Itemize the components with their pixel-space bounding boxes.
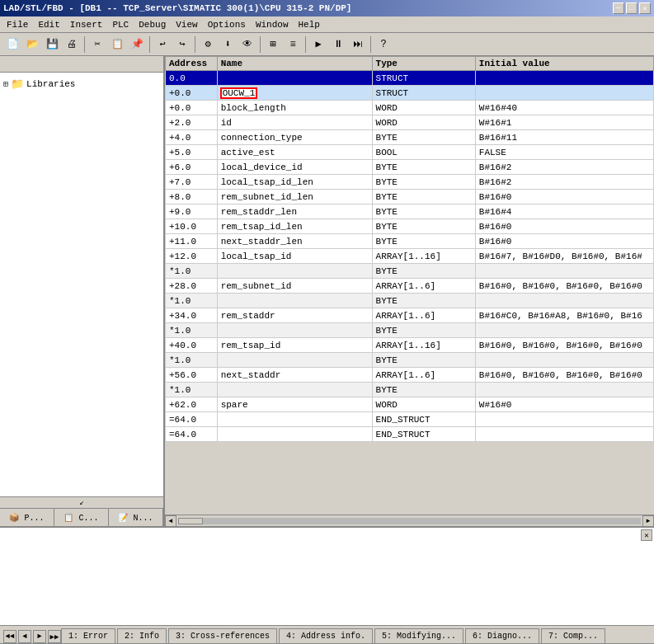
table-row[interactable]: *1.0 BYTE [166,323,654,338]
menu-plc[interactable]: PLC [107,16,134,32]
nav-first-btn[interactable]: ◄◄ [3,630,16,643]
cell-address: =64.0 [166,427,218,442]
table-row[interactable]: +11.0 next_staddr_len BYTE B#16#0 [166,234,654,249]
print-button[interactable]: 🖨 [63,35,81,54]
maximize-button[interactable]: □ [626,2,638,14]
cell-address: =64.0 [166,412,218,427]
table-row[interactable]: 0.0 STRUCT [166,71,654,86]
close-button[interactable]: ✕ [639,2,651,14]
tab-cross-ref[interactable]: 3: Cross-references [168,628,277,643]
nav-last-btn[interactable]: ▶▶ [48,630,61,643]
table-row[interactable]: *1.0 BYTE [166,264,654,279]
nav-play-btn[interactable]: ► [33,630,46,643]
download-button[interactable]: ⬇ [219,35,237,54]
table-row[interactable]: +9.0 rem_staddr_len BYTE B#16#4 [166,204,654,219]
monitor-button[interactable]: 👁 [238,35,256,54]
stop-button[interactable]: ⏸ [329,35,347,54]
table-row[interactable]: +0.0 OUCW_1 STRUCT [166,86,654,101]
cut-button[interactable]: ✂ [88,35,106,54]
menu-edit[interactable]: Edit [33,16,64,32]
cell-value: B#16#0, B#16#0, B#16#0, B#16#0 [475,338,653,353]
table-row[interactable]: +12.0 local_tsap_id ARRAY[1..16] B#16#7,… [166,249,654,264]
h-scrollbar[interactable]: ◄ ► [165,515,654,526]
table-row[interactable]: +5.0 active_est BOOL FALSE [166,145,654,160]
table-row[interactable]: +4.0 connection_type BYTE B#16#11 [166,130,654,145]
table-row[interactable]: +8.0 rem_subnet_id_len BYTE B#16#0 [166,190,654,204]
table-row[interactable]: +2.0 id WORD W#16#1 [166,115,654,130]
menu-help[interactable]: Help [293,16,324,32]
minimize-button[interactable]: ─ [613,2,624,14]
cell-address: +5.0 [166,145,218,160]
tab-c[interactable]: 📋 C... [54,509,109,526]
table-row[interactable]: +62.0 spare WORD W#16#0 [166,397,654,412]
left-panel-content: ⊞ 📁 Libraries [0,73,163,496]
tab-comp[interactable]: 7: Comp... [541,628,605,643]
table-scroll[interactable]: Address Name Type Initial value 0.0 STRU… [165,56,654,515]
lad-button[interactable]: ⊞ [264,35,282,54]
cell-value: B#16#0 [475,190,653,204]
editing-cell[interactable]: OUCW_1 [221,88,257,98]
cell-value: B#16#C0, B#16#A8, B#16#0, B#16 [475,308,653,323]
tab-n[interactable]: 📝 N... [109,509,163,526]
tab-diag[interactable]: 6: Diagno... [465,628,539,643]
tab-info-label: 2: Info [125,632,159,641]
menu-bar: File Edit Insert PLC Debug View Options … [0,16,654,33]
open-button[interactable]: 📂 [23,35,41,54]
scroll-left-btn[interactable]: ◄ [165,515,176,527]
new-button[interactable]: 📄 [3,35,21,54]
table-row[interactable]: +10.0 rem_tsap_id_len BYTE B#16#0 [166,219,654,234]
table-row[interactable]: =64.0 END_STRUCT [166,412,654,427]
undo-button[interactable]: ↩ [153,35,172,54]
nav-buttons: ◄◄ ◄ ► ▶▶ [3,630,61,643]
menu-window[interactable]: Window [251,16,294,32]
help-button[interactable]: ? [374,35,393,54]
cell-value: W#16#40 [475,101,653,115]
table-row[interactable]: +6.0 local_device_id BYTE B#16#2 [166,160,654,175]
table-row[interactable]: =64.0 END_STRUCT [166,427,654,442]
table-row[interactable]: *1.0 BYTE [166,294,654,308]
redo-button[interactable]: ↪ [173,35,191,54]
menu-options[interactable]: Options [203,16,251,32]
menu-view[interactable]: View [171,16,202,32]
bottom-close-btn[interactable]: ✕ [641,529,652,541]
stl-button[interactable]: ≡ [284,35,302,54]
cell-name [217,427,372,442]
collapse-btn[interactable]: ↙ [0,496,163,508]
cell-type: END_STRUCT [372,427,475,442]
table-row[interactable]: +0.0 block_length WORD W#16#40 [166,101,654,115]
cell-address: *1.0 [166,353,218,368]
table-row[interactable]: +7.0 local_tsap_id_len BYTE B#16#2 [166,175,654,190]
table-row[interactable]: +28.0 rem_subnet_id ARRAY[1..6] B#16#0, … [166,279,654,294]
cell-address: +34.0 [166,308,218,323]
step-button[interactable]: ⏭ [349,35,367,54]
table-row[interactable]: *1.0 BYTE [166,353,654,368]
cell-value [475,383,653,397]
tab-p[interactable]: 📦 P... [0,509,54,526]
cell-value [475,412,653,427]
menu-insert[interactable]: Insert [65,16,108,32]
table-row[interactable]: +40.0 rem_tsap_id ARRAY[1..16] B#16#0, B… [166,338,654,353]
nav-prev-btn[interactable]: ◄ [18,630,31,643]
save-button[interactable]: 💾 [43,35,61,54]
tab-info[interactable]: 2: Info [117,628,167,643]
tab-error[interactable]: 1: Error [61,628,115,643]
title-bar: LAD/STL/FBD - [DB1 -- TCP_Server\SIMATIC… [0,0,654,16]
table-row[interactable]: *1.0 BYTE [166,383,654,397]
menu-debug[interactable]: Debug [134,16,171,32]
scroll-right-btn[interactable]: ► [642,515,654,527]
libraries-tree-item[interactable]: ⊞ 📁 Libraries [3,76,160,92]
scroll-thumb[interactable] [178,518,203,524]
tab-addr-info[interactable]: 4: Address info. [279,628,373,643]
run-button[interactable]: ▶ [309,35,327,54]
cell-name: spare [217,397,372,412]
cell-name: rem_staddr [217,308,372,323]
compile-button[interactable]: ⚙ [199,35,217,54]
table-row[interactable]: +56.0 next_staddr ARRAY[1..6] B#16#0, B#… [166,368,654,383]
paste-button[interactable]: 📌 [128,35,146,54]
tab-modif[interactable]: 5: Modifying... [374,628,463,643]
data-table: Address Name Type Initial value 0.0 STRU… [165,56,654,442]
folder-icon: 📁 [11,78,24,91]
table-row[interactable]: +34.0 rem_staddr ARRAY[1..6] B#16#C0, B#… [166,308,654,323]
copy-button[interactable]: 📋 [108,35,126,54]
menu-file[interactable]: File [2,16,33,32]
